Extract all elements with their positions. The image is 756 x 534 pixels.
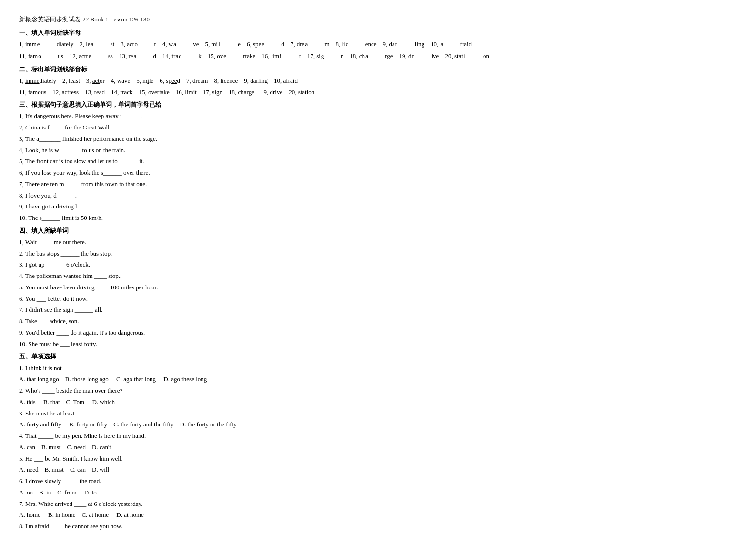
- s5-q7: 7. Mrs. White arrived ____ at 6 o'clock …: [19, 499, 737, 510]
- s5-q2: 2. Who's ____ beside the man over there?: [19, 386, 737, 396]
- s3-line-5: 5, The front car is too slow and let us …: [19, 156, 737, 167]
- s5-q3-options: A. forty and fifty B. forty or fifty C. …: [19, 419, 737, 430]
- s3-line-2: 2, China is f____ for the Great Wall.: [19, 122, 737, 133]
- s3-line-3: 3, The a_______ finished her performance…: [19, 134, 737, 145]
- section-1-header: 一、填入单词所缺字母: [19, 28, 737, 38]
- section-5-header: 五、单项选择: [19, 351, 737, 362]
- page-title: 新概念英语同步测试卷 27 Book 1 Lesson 126-130: [19, 14, 737, 25]
- section-3-header: 三、根据据句子意思填入正确单词，单词首字母已给: [19, 99, 737, 110]
- s3-line-8: 8, I love you, d______.: [19, 190, 737, 201]
- s4-line-9: 9. You'd better ____ do it again. It's t…: [19, 327, 737, 338]
- s5-q1: 1. I think it is not ___: [19, 363, 737, 374]
- section-1: 一、填入单词所缺字母 1, immediately 2, least 3, ac…: [19, 28, 737, 62]
- s4-line-1: 1, Wait _____me out there.: [19, 237, 737, 248]
- section-2-line-2: 11, famous 12, actress 13, read 14, trac…: [19, 87, 737, 98]
- section-2-header: 二、标出单词划线部音标: [19, 64, 737, 75]
- section-4-header: 四、填入所缺单词: [19, 226, 737, 236]
- s5-q4: 4. That _____ be my pen. Mine is here in…: [19, 431, 737, 442]
- section-2-line-1: 1, immediately 2, least 3, actor 4, wave…: [19, 76, 737, 87]
- s4-line-3: 3. I got up ______ 6 o'clock.: [19, 259, 737, 270]
- s5-q5-options: A. need B. must C. can D. will: [19, 465, 737, 475]
- s4-line-2: 2. The bus stops ______ the bus stop.: [19, 248, 737, 259]
- s4-line-7: 7. I didn't see the sign ______ all.: [19, 305, 737, 316]
- s5-q5: 5. He ___ be Mr. Smith. I know him well.: [19, 454, 737, 465]
- s3-line-10: 10. The s______ limit is 50 km/h.: [19, 213, 737, 224]
- s4-line-4: 4. The policeman wanted him ____ stop..: [19, 271, 737, 282]
- s3-line-7: 7, There are ten m_____ from this town t…: [19, 179, 737, 190]
- s3-line-6: 6, If you lose your way, look the s_____…: [19, 168, 737, 178]
- s4-line-5: 5. You must have been driving ____ 100 m…: [19, 282, 737, 293]
- s3-line-9: 9, I have got a driving l_____: [19, 201, 737, 212]
- s5-q4-options: A. can B. must C. need D. can't: [19, 442, 737, 453]
- section-5: 五、单项选择 1. I think it is not ___ A. that …: [19, 351, 737, 534]
- section-4: 四、填入所缺单词 1, Wait _____me out there. 2. T…: [19, 226, 737, 350]
- s5-q8: 8. I'm afraid ____ he cannot see you now…: [19, 521, 737, 532]
- s4-line-8: 8. Take ___ advice, son.: [19, 316, 737, 327]
- section-3: 三、根据据句子意思填入正确单词，单词首字母已给 1, It's dangerou…: [19, 99, 737, 224]
- section-2: 二、标出单词划线部音标 1, immediately 2, least 3, a…: [19, 64, 737, 98]
- s5-q6: 6. I drove slowly _____ the road.: [19, 476, 737, 487]
- s5-q6-options: A. on B. in C. from D. to: [19, 487, 737, 498]
- s5-q1-options: A. that long ago B. those long ago C. ag…: [19, 374, 737, 385]
- s5-q2-options: A. this B. that C. Tom D. which: [19, 397, 737, 408]
- s4-line-10: 10. She must be ___ least forty.: [19, 339, 737, 350]
- section-1-line-1: 1, immediately 2, least 3, actor 4, wave…: [19, 39, 737, 50]
- s5-q7-options: A. home B. in home C. at home D. at home: [19, 510, 737, 521]
- s3-line-4: 4, Look, he is w_______ to us on the tra…: [19, 145, 737, 156]
- section-1-line-2: 11, famous 12, actress 13, read 14, trac…: [19, 51, 737, 62]
- s3-line-1: 1, It's dangerous here. Please keep away…: [19, 111, 737, 122]
- s4-line-6: 6. You ___ better do it now.: [19, 294, 737, 305]
- s5-q3: 3. She must be at least ___: [19, 408, 737, 419]
